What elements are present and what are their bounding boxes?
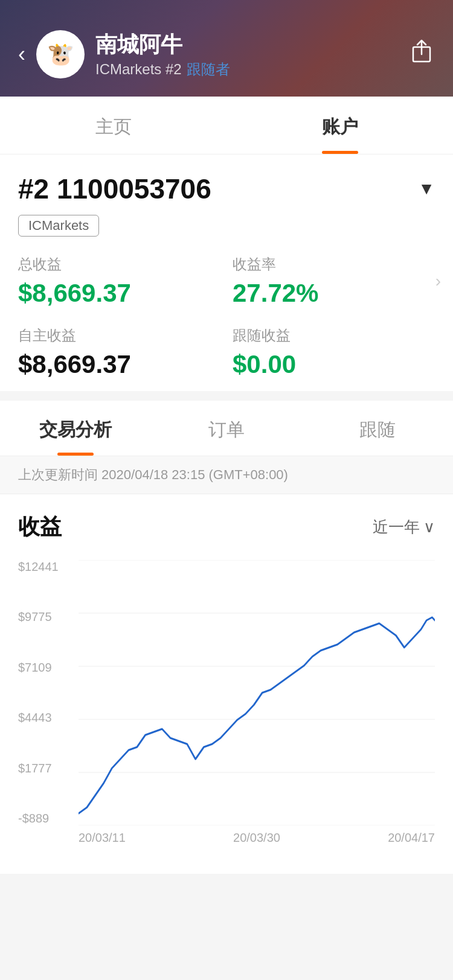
stat-follow-profit: 跟随收益 $0.00 <box>233 326 435 379</box>
chart-section: 收益 近一年 ∨ $12441 $9775 $7109 $4443 $1777 … <box>0 494 453 874</box>
account-badge: ICMarkets <box>18 215 99 237</box>
account-section: #2 1100053706 ▼ ICMarkets 总收益 $8,669.37 … <box>0 154 453 391</box>
account-number: #2 1100053706 <box>18 173 211 205</box>
tab-trade-analysis[interactable]: 交易分析 <box>0 401 151 456</box>
subtitle-text: ICMarkets #2 <box>95 61 182 78</box>
stat-self-profit-label: 自主收益 <box>18 326 220 345</box>
analysis-tabs: 交易分析 订单 跟随 <box>0 401 453 456</box>
header-info: 南城阿牛 ICMarkets #2 跟随者 <box>95 30 230 79</box>
chart-period-selector[interactable]: 近一年 ∨ <box>373 517 435 538</box>
follower-tag[interactable]: 跟随者 <box>187 60 230 79</box>
chart-title: 收益 <box>18 512 62 542</box>
stat-profit-rate-value: 27.72% <box>233 279 435 308</box>
chart-container: $12441 $9775 $7109 $4443 $1777 -$889 <box>18 560 435 850</box>
stat-total-profit-value: $8,669.37 <box>18 279 220 308</box>
stat-follow-profit-value: $0.00 <box>233 350 435 379</box>
chart-x-labels: 20/03/11 20/03/30 20/04/17 <box>79 826 435 850</box>
y-label-2: $7109 <box>18 661 79 675</box>
header-subtitle: ICMarkets #2 跟随者 <box>95 60 230 79</box>
x-label-0: 20/03/11 <box>79 831 126 845</box>
chart-header: 收益 近一年 ∨ <box>18 512 435 542</box>
stat-follow-profit-label: 跟随收益 <box>233 326 435 345</box>
stat-self-profit: 自主收益 $8,669.37 <box>18 326 220 379</box>
stat-total-profit: 总收益 $8,669.37 <box>18 255 220 308</box>
tab-orders[interactable]: 订单 <box>151 401 302 456</box>
y-label-4: $1777 <box>18 762 79 775</box>
y-label-1: $9775 <box>18 610 79 624</box>
stat-profit-rate-label: 收益率 <box>233 255 435 274</box>
chart-period-label: 近一年 <box>373 517 420 538</box>
dropdown-arrow-icon[interactable]: ▼ <box>418 179 435 199</box>
x-label-1: 20/03/30 <box>233 831 280 845</box>
analysis-section: 交易分析 订单 跟随 上次更新时间 2020/04/18 23:15 (GMT+… <box>0 401 453 874</box>
header-left: ‹ 🐮 南城阿牛 ICMarkets #2 跟随者 <box>18 30 230 79</box>
tab-follow[interactable]: 跟随 <box>302 401 453 456</box>
chevron-down-icon: ∨ <box>423 518 435 536</box>
avatar: 🐮 <box>36 30 85 78</box>
chart-plot <box>79 560 435 826</box>
stat-self-profit-value: $8,669.37 <box>18 350 220 379</box>
header: ‹ 🐮 南城阿牛 ICMarkets #2 跟随者 <box>0 0 453 97</box>
share-button[interactable] <box>408 39 435 71</box>
chart-y-labels: $12441 $9775 $7109 $4443 $1777 -$889 <box>18 560 79 826</box>
back-button[interactable]: ‹ <box>18 42 25 67</box>
update-time-text: 上次更新时间 2020/04/18 23:15 (GMT+08:00) <box>18 467 288 482</box>
stats-grid: 总收益 $8,669.37 收益率 27.72% › 自主收益 $8,669.3… <box>18 255 435 379</box>
stat-total-profit-label: 总收益 <box>18 255 220 274</box>
stat-profit-rate: 收益率 27.72% › <box>233 255 435 308</box>
tab-home[interactable]: 主页 <box>0 97 226 154</box>
tab-account[interactable]: 账户 <box>226 97 453 154</box>
update-time-bar: 上次更新时间 2020/04/18 23:15 (GMT+08:00) <box>0 456 453 494</box>
user-name: 南城阿牛 <box>95 30 230 60</box>
chart-svg <box>79 560 435 826</box>
y-label-3: $4443 <box>18 711 79 725</box>
y-label-5: -$889 <box>18 812 79 826</box>
chevron-right-icon[interactable]: › <box>435 272 441 291</box>
main-tabs: 主页 账户 <box>0 97 453 154</box>
x-label-2: 20/04/17 <box>388 831 435 845</box>
account-number-row: #2 1100053706 ▼ <box>18 173 435 205</box>
y-label-0: $12441 <box>18 560 79 574</box>
